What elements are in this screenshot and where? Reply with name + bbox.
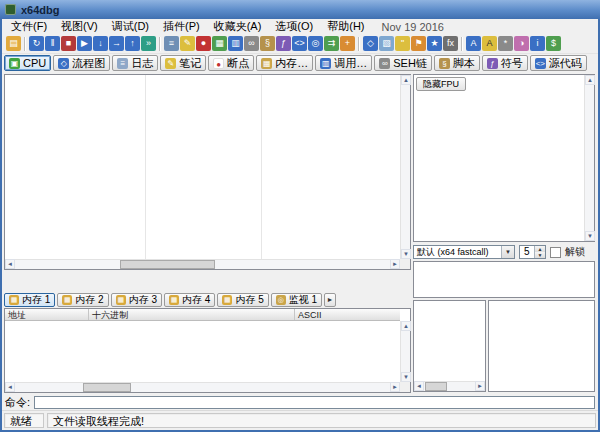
- tab-label: SEH链: [393, 56, 427, 71]
- settings-icon[interactable]: *: [498, 36, 513, 51]
- tab-memory-1[interactable]: ▦ 内存 1: [4, 293, 55, 307]
- calling-convention-select[interactable]: 默认 (x64 fastcall): [413, 245, 515, 259]
- highlight-icon[interactable]: A: [482, 36, 497, 51]
- tab-memory-2[interactable]: ▦ 内存 2: [57, 293, 108, 307]
- scroll-down-icon[interactable]: [585, 231, 595, 241]
- tab-memory-5[interactable]: ▦ 内存 5: [217, 293, 268, 307]
- analyze-icon[interactable]: A: [466, 36, 481, 51]
- scroll-up-icon[interactable]: [401, 75, 411, 85]
- tab-memory-map[interactable]: ▦ 内存…: [256, 55, 313, 71]
- threads-icon[interactable]: ⇉: [324, 36, 339, 51]
- tab-call-stack[interactable]: ▥ 调用…: [315, 55, 372, 71]
- vertical-scrollbar[interactable]: [400, 321, 410, 382]
- run-icon[interactable]: ▶: [77, 36, 92, 51]
- disassembly-panel[interactable]: [4, 74, 411, 270]
- arguments-panel[interactable]: [413, 261, 595, 298]
- menu-options[interactable]: 选项(O): [268, 19, 320, 34]
- label-icon[interactable]: ⚑: [411, 36, 426, 51]
- source-code-icon[interactable]: <>: [292, 36, 307, 51]
- chevron-down-icon[interactable]: [501, 246, 514, 258]
- tab-watch-1[interactable]: ◎ 监视 1: [271, 293, 322, 307]
- argument-count-stepper[interactable]: 5: [519, 245, 546, 259]
- scroll-up-icon[interactable]: [585, 75, 595, 85]
- bookmark-icon[interactable]: ★: [427, 36, 442, 51]
- step-into-icon[interactable]: ↓: [93, 36, 108, 51]
- horizontal-scrollbar[interactable]: [5, 382, 400, 392]
- horizontal-scrollbar[interactable]: [414, 381, 485, 391]
- scrollbar-thumb[interactable]: [425, 382, 447, 391]
- scroll-left-icon[interactable]: [5, 382, 15, 392]
- stepper-down-icon[interactable]: [535, 252, 545, 258]
- about-icon[interactable]: i: [530, 36, 545, 51]
- seh-chain-icon[interactable]: ∞: [244, 36, 259, 51]
- references-icon[interactable]: ◎: [308, 36, 323, 51]
- scrollbar-thumb[interactable]: [120, 260, 215, 269]
- scroll-up-icon[interactable]: [401, 321, 411, 331]
- comment-icon[interactable]: ": [395, 36, 410, 51]
- column-address: 地址: [5, 309, 89, 320]
- donate-icon[interactable]: $: [546, 36, 561, 51]
- unlock-label: 解锁: [565, 245, 585, 259]
- scrollbar-thumb[interactable]: [83, 383, 131, 392]
- scroll-down-icon[interactable]: [401, 372, 411, 382]
- tab-script[interactable]: § 脚本: [434, 55, 480, 71]
- notes-icon[interactable]: ✎: [180, 36, 195, 51]
- theme-icon[interactable]: ◑: [514, 36, 529, 51]
- step-over-icon[interactable]: →: [109, 36, 124, 51]
- menu-view[interactable]: 视图(V): [54, 19, 105, 34]
- patches-icon[interactable]: ▧: [379, 36, 394, 51]
- scroll-left-icon[interactable]: [5, 259, 15, 269]
- restart-icon[interactable]: ↻: [29, 36, 44, 51]
- script-icon[interactable]: §: [260, 36, 275, 51]
- stop-icon[interactable]: ■: [61, 36, 76, 51]
- scroll-left-icon[interactable]: [414, 381, 424, 391]
- breakpoints-icon[interactable]: ●: [196, 36, 211, 51]
- vertical-scrollbar[interactable]: [400, 75, 410, 259]
- graph-icon: ◇: [58, 58, 69, 69]
- menu-plugins[interactable]: 插件(P): [156, 19, 207, 34]
- tab-seh[interactable]: ∞ SEH链: [374, 55, 432, 71]
- animate-icon[interactable]: »: [141, 36, 156, 51]
- scroll-right-icon[interactable]: [390, 382, 400, 392]
- stack-panel[interactable]: [413, 300, 486, 392]
- command-input[interactable]: [34, 396, 595, 409]
- horizontal-scrollbar[interactable]: [5, 259, 400, 269]
- x64dbg-logo-icon[interactable]: [5, 4, 16, 15]
- tab-graph[interactable]: ◇ 流程图: [53, 55, 110, 71]
- tab-memory-3[interactable]: ▦ 内存 3: [111, 293, 162, 307]
- call-stack-icon[interactable]: ▥: [228, 36, 243, 51]
- dump-table[interactable]: 地址 十六进制 ASCII: [4, 308, 411, 393]
- dump-panel[interactable]: [488, 300, 595, 392]
- memory-map-icon[interactable]: ▦: [212, 36, 227, 51]
- menu-file[interactable]: 文件(F): [4, 19, 54, 34]
- stepper-buttons[interactable]: [534, 246, 545, 258]
- menu-debug[interactable]: 调试(D): [105, 19, 156, 34]
- tab-log[interactable]: ≡ 日志: [112, 55, 158, 71]
- log-icon[interactable]: ≡: [164, 36, 179, 51]
- tab-memory-4[interactable]: ▦ 内存 4: [164, 293, 215, 307]
- registers-panel[interactable]: 隐藏FPU: [413, 74, 595, 242]
- tab-breakpoints[interactable]: ● 断点: [208, 55, 254, 71]
- tab-source[interactable]: <> 源代码: [530, 55, 587, 71]
- open-file-icon[interactable]: ▤: [6, 36, 21, 51]
- scroll-down-icon[interactable]: [401, 249, 411, 259]
- graph-icon[interactable]: ◇: [363, 36, 378, 51]
- hide-fpu-button[interactable]: 隐藏FPU: [416, 77, 466, 91]
- handles-icon[interactable]: +: [340, 36, 355, 51]
- titlebar[interactable]: x64dbg: [0, 0, 600, 19]
- tab-cpu[interactable]: ▣ CPU: [4, 55, 51, 71]
- scroll-right-icon[interactable]: [390, 259, 400, 269]
- menu-favourites[interactable]: 收藏夹(A): [207, 19, 269, 34]
- function-icon[interactable]: fx: [443, 36, 458, 51]
- tab-symbols[interactable]: ƒ 符号: [482, 55, 528, 71]
- vertical-scrollbar[interactable]: [584, 75, 594, 241]
- scroll-right-icon[interactable]: [475, 381, 485, 391]
- pause-icon[interactable]: ‖: [45, 36, 60, 51]
- menu-help[interactable]: 帮助(H): [320, 19, 371, 34]
- run-to-return-icon[interactable]: ↑: [125, 36, 140, 51]
- symbols-icon[interactable]: ƒ: [276, 36, 291, 51]
- memory-tabs-overflow-button[interactable]: [324, 293, 336, 307]
- unlock-checkbox[interactable]: [550, 247, 561, 258]
- tab-notes[interactable]: ✎ 笔记: [160, 55, 206, 71]
- status-message: 文件读取线程完成!: [47, 413, 596, 428]
